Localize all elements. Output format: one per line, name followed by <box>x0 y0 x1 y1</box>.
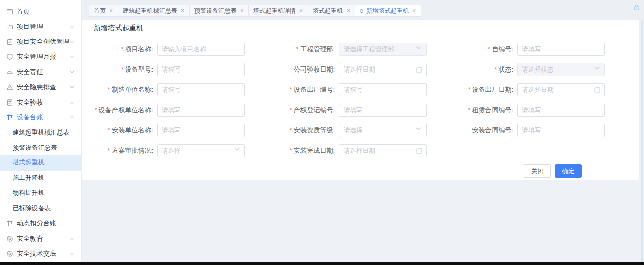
required-asterisk: * <box>296 46 299 53</box>
sidebar-item-label: 首页 <box>17 7 30 16</box>
chevron-up-icon <box>70 116 74 119</box>
status-select[interactable]: 请选择状态 <box>517 63 605 76</box>
company-accept-date-picker[interactable]: 请选择日期 <box>339 63 427 76</box>
manufacturer-input[interactable] <box>157 83 245 96</box>
eng-dept-select[interactable]: 请选择工程管理部 <box>339 43 427 56</box>
sidebar-item-equipment-ledger[interactable]: 设备台账 <box>0 110 81 125</box>
owner-unit-input[interactable] <box>157 104 245 117</box>
sidebar-subitem-warning-equipment[interactable]: 预警设备汇总表 <box>0 140 81 155</box>
scrollbar[interactable] <box>641 20 643 262</box>
self-number-input[interactable] <box>517 43 605 56</box>
sidebar-subitem-crane-summary[interactable]: 建筑起重机械汇总表 <box>0 125 81 140</box>
tab-warning-equipment[interactable]: 预警设备汇总表 × <box>189 5 249 17</box>
crane-icon <box>6 114 13 121</box>
document-check-icon <box>6 99 13 106</box>
close-icon[interactable]: × <box>240 8 244 14</box>
required-asterisk: * <box>290 107 292 114</box>
install-done-date-picker[interactable]: 请选择日期 <box>339 144 427 157</box>
factory-date-picker[interactable]: 请选择日期 <box>517 83 605 96</box>
field-label: *设备产权单位名称: <box>94 106 157 115</box>
required-asterisk: * <box>468 107 471 114</box>
lock-icon[interactable] <box>633 4 640 11</box>
chevron-down-icon <box>70 55 74 58</box>
tab-home[interactable]: 首页 × <box>89 5 118 17</box>
required-asterisk: * <box>108 147 110 154</box>
home-icon <box>6 8 13 15</box>
close-button[interactable]: 关闭 <box>524 164 551 178</box>
content-area: 新增塔式起重机 *项目名称: *工程管理部: 请选择工程管理部 *自编号: *设… <box>82 20 644 262</box>
tab-tower-crane[interactable]: 塔式起重机 × <box>308 5 355 17</box>
close-icon[interactable]: × <box>299 8 303 14</box>
field-label: *产权登记编号: <box>245 106 339 115</box>
chevron-down-icon <box>70 71 74 74</box>
sidebar-item-safety-responsibility[interactable]: 安全责任 <box>0 64 81 80</box>
install-contract-number-input[interactable] <box>517 124 605 137</box>
sidebar-subitem-construction-elevator[interactable]: 施工升降机 <box>0 171 81 186</box>
sidebar-item-label: 项目安全创优管理 <box>17 37 69 46</box>
sidebar-item-hazard-inspection[interactable]: 安全隐患排查 <box>0 80 81 95</box>
required-asterisk: * <box>108 86 110 93</box>
close-icon[interactable]: × <box>109 8 113 14</box>
calendar-icon <box>416 148 422 154</box>
tab-bar: 首页 × 建筑起重机械汇总表 × 预警设备汇总表 × 塔式起重机详情 × 塔式起… <box>82 0 644 20</box>
sidebar-item-project-mgmt[interactable]: 项目管理 <box>0 19 81 35</box>
sidebar-item-safety-acceptance[interactable]: 安全验收 <box>0 95 81 110</box>
chevron-down-icon <box>416 46 422 52</box>
field-label: *安装单位名称: <box>94 126 157 135</box>
tab-add-tower-crane[interactable]: 新增塔式起重机 × <box>355 5 421 17</box>
close-icon[interactable]: × <box>181 8 184 14</box>
required-asterisk: * <box>121 66 124 73</box>
close-icon[interactable]: × <box>347 8 350 14</box>
close-icon[interactable]: × <box>412 8 416 14</box>
form-row: *方案审批情况: 请选择 *安装完成日期: 请选择日期 <box>94 144 639 157</box>
required-asterisk: * <box>488 46 490 53</box>
chevron-down-icon <box>70 40 74 43</box>
calendar-icon <box>594 87 600 93</box>
sidebar-item-technical-disclosure[interactable]: 安全技术交底 <box>0 246 81 261</box>
chevron-down-icon <box>70 252 74 255</box>
confirm-button[interactable]: 确定 <box>555 164 582 178</box>
gear-icon <box>6 250 13 257</box>
tab-crane-summary[interactable]: 建筑起重机械汇总表 × <box>118 5 190 17</box>
sidebar-item-label: 安全管理月报 <box>17 52 56 61</box>
lease-contract-number-input[interactable] <box>517 104 605 117</box>
project-name-input[interactable] <box>157 43 245 56</box>
shield-icon <box>6 53 13 60</box>
sidebar-item-label: 预警设备汇总表 <box>13 144 57 152</box>
sidebar-item-label: 塔式起重机 <box>13 158 45 167</box>
sidebar-item-home[interactable]: 首页 <box>0 4 81 19</box>
warning-icon <box>6 84 13 91</box>
plan-approval-select[interactable]: 请选择 <box>157 144 245 157</box>
sidebar-item-safety-excellence[interactable]: 项目安全创优管理 <box>0 35 81 50</box>
device-model-input[interactable] <box>157 63 245 76</box>
chevron-down-icon <box>70 237 74 240</box>
required-asterisk: * <box>108 127 110 134</box>
property-reg-number-input[interactable] <box>339 104 427 117</box>
clipboard-icon <box>6 38 13 45</box>
loading-ring-icon <box>360 9 363 13</box>
required-asterisk: * <box>290 127 292 134</box>
install-unit-input[interactable] <box>157 124 245 137</box>
hardhat-icon <box>6 69 13 76</box>
form-row: *设备产权单位名称: *产权登记编号: *租赁合同编号: <box>94 104 639 117</box>
factory-number-input[interactable] <box>339 83 427 96</box>
tab-tower-crane-details[interactable]: 塔式起重机详情 × <box>248 5 308 17</box>
field-label: 安装合同编号: <box>427 126 517 135</box>
chevron-down-icon <box>70 86 74 89</box>
sidebar-item-safety-education[interactable]: 安全教育 <box>0 231 81 246</box>
required-asterisk: * <box>290 147 292 154</box>
required-asterisk: * <box>95 107 97 114</box>
required-asterisk: * <box>290 86 292 93</box>
sidebar-subitem-dismantled-equipment[interactable]: 已拆除设备表 <box>0 201 81 216</box>
sidebar-item-monthly-report[interactable]: 安全管理月报 <box>0 49 81 64</box>
install-qualification-select[interactable]: 请选择 <box>339 124 427 137</box>
form-actions: 关闭 确定 <box>82 164 639 178</box>
sidebar-item-deduction-ledger[interactable]: 动态扣分台账 <box>0 216 81 231</box>
chevron-down-icon <box>70 101 74 104</box>
field-label: *自编号: <box>427 45 517 54</box>
sidebar-subitem-tower-crane[interactable]: 塔式起重机 <box>0 155 81 171</box>
screen-edge <box>0 262 644 265</box>
sidebar-subitem-material-hoist[interactable]: 物料提升机 <box>0 186 81 201</box>
chevron-down-icon <box>416 127 422 134</box>
field-label: *工程管理部: <box>245 45 339 54</box>
